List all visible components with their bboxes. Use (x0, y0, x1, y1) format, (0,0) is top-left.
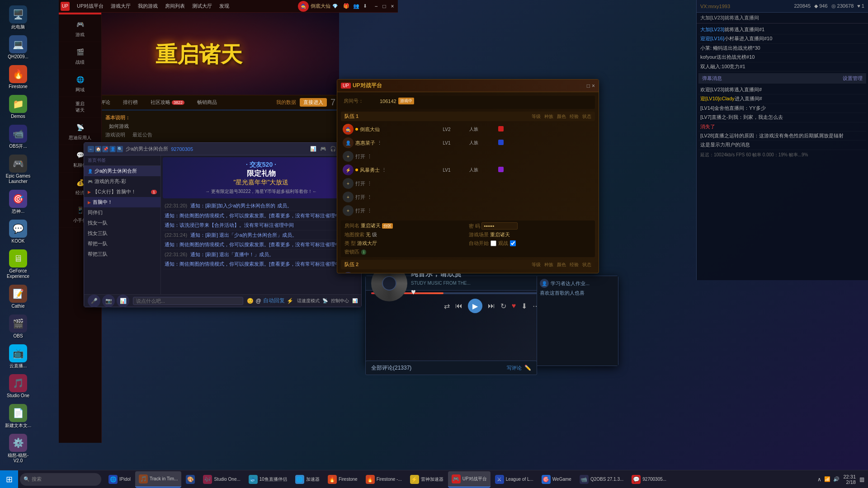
emoji-icon[interactable]: 😊 (247, 298, 254, 304)
desc-link2[interactable]: 最近公告 (132, 131, 152, 138)
sub-nav-guide[interactable]: 社区攻略 3822 (145, 97, 190, 108)
lobby-close[interactable]: × (592, 83, 595, 89)
sidebar-item-help1[interactable]: 帮把一队 (84, 239, 160, 249)
share-btn[interactable]: 📊 (117, 295, 129, 307)
left-nav-restart[interactable]: 重启诸天 (59, 97, 101, 117)
music-repeat-btn[interactable]: ↻ (500, 302, 506, 310)
music-shuffle-btn[interactable]: ⇄ (444, 302, 450, 310)
taskbar-app-wegame[interactable]: 🎯 WeGame (538, 471, 575, 488)
lock-info-btn[interactable]: ℹ (361, 249, 366, 255)
nav-tab-testhall[interactable]: 测试大厅 (189, 2, 216, 10)
desktop-icon-kook[interactable]: 💬 KOOK (2, 218, 34, 246)
desktop-icon-bilibili[interactable]: 📺 云直播... (2, 343, 34, 371)
sub-nav-ranking[interactable]: 排行榜 (118, 97, 143, 108)
desktop-icon-epic[interactable]: 🎮 Epic Games Launcher (2, 153, 34, 186)
sidebar-item-fire[interactable]: ▶【C火行】首脑中！ 1 (84, 187, 160, 197)
sidebar-item-main[interactable]: 👤少a的男士休闲合所 (84, 166, 160, 176)
taskbar-app-thunder[interactable]: ⚡ 雷神加速器 (406, 471, 447, 488)
sidebar-item-help3[interactable]: 帮把三队 (84, 249, 160, 259)
sidebar-item-moon[interactable]: 🎮游戏的月亮-彩 (84, 176, 160, 187)
lobby-window: UP UP对战平台 □ × 房间号： 106142 游戏中 队伍 1 等级 种族… (337, 79, 599, 273)
avatar-cpu: 🤖 (343, 272, 354, 273)
taskbar-clock: 22:31 2/18 (843, 474, 856, 485)
nav-tab-roomlist[interactable]: 房间列表 (161, 2, 189, 10)
desktop-icon-settings[interactable]: ⚙️ 稳怒-稳怒-V2.0 (2, 432, 34, 465)
desc-link1[interactable]: 游戏说明 (105, 131, 125, 138)
close-button[interactable]: × (389, 3, 396, 10)
voice-btn[interactable]: 🎤 (88, 295, 100, 307)
taskbar-app-fish[interactable]: 🐟 10鱼直播伴侣 (245, 471, 291, 488)
taskbar-app-studioone[interactable]: 🎶 Studio One... (199, 471, 244, 488)
taskbar-app-firestone2[interactable]: 🔥 Firestone -... (362, 471, 406, 488)
left-nav-game[interactable]: 🎮 游戏 (59, 14, 101, 42)
start-button[interactable]: ⊞ (0, 470, 18, 488)
lobby-window-controls: □ × (587, 83, 595, 89)
stream-more-icon[interactable]: ⚡ (287, 298, 293, 304)
sidebar-item-active[interactable]: ▶首脑中！ (84, 197, 160, 207)
lobby-title: UP对战平台 (353, 82, 382, 89)
sub-nav-shop[interactable]: 畅销商品 (192, 97, 222, 108)
at-icon[interactable]: @ (255, 298, 261, 304)
desktop-icon-computer[interactable]: 🖥️ 此电脑 (2, 4, 34, 32)
taskbar-app-wan[interactable]: 🌐 加速器 (292, 471, 323, 488)
write-review-btn[interactable]: 写评论 (507, 365, 522, 371)
nav-tab-platform[interactable]: UP对战平台 (73, 2, 107, 10)
music-heart-icon[interactable]: ♥ (512, 302, 516, 310)
video-btn[interactable]: 📷 (102, 295, 115, 307)
minimize-button[interactable]: − (373, 3, 380, 10)
maximize-button[interactable]: □ (381, 3, 388, 10)
taskbar-app-trackin[interactable]: 🎵 Track in Tim... (135, 471, 181, 488)
taskbar-app-studio[interactable]: 🎨 (182, 471, 198, 488)
taskbar-app-obs[interactable]: 📹 Q2OBS 27.1.3... (576, 471, 627, 488)
taskbar-app-qq[interactable]: 💬 92700305... (628, 471, 670, 488)
show-desktop-btn[interactable]: ▥ (859, 476, 864, 483)
tray-volume[interactable]: 🔊 (833, 476, 840, 482)
desktop-icon-nvidia[interactable]: 🖥 GeForce Experience (2, 248, 34, 281)
left-nav-more[interactable]: 📡 思迪应用人 (59, 117, 101, 145)
desktop-icon-studioone[interactable]: 🎵 Studio One (2, 372, 34, 400)
stream-chat-input[interactable] (133, 297, 243, 305)
desktop-icon-obs[interactable]: 📹 OBS开... (2, 123, 34, 151)
room-password-input[interactable] (481, 222, 518, 230)
left-nav-record[interactable]: 🎬 战绩 (59, 42, 101, 70)
taskbar-search[interactable]: 🔍 搜索 (20, 473, 101, 486)
left-nav-world[interactable]: 🌐 网域 (59, 70, 101, 97)
team1-section: 队伍 1 等级 种族 颜色 经验 状态 🧙 倒底大仙 LV2 人族 (341, 112, 595, 217)
game-desc-content: 如何游戏 (105, 123, 342, 130)
desktop-icon-demos[interactable]: 📁 Demos (2, 93, 34, 121)
tray-network[interactable]: 📶 (824, 476, 830, 482)
taskbar-app-league[interactable]: ⚔ League of L... (491, 471, 537, 488)
taskbar-app-up[interactable]: 🎮 UP对战平台 (448, 471, 491, 488)
chat-msg-1: 大加[LV23]就将逃入直播间#1 (698, 25, 866, 34)
desktop-icon-cathie[interactable]: 📝 Cathie (2, 283, 34, 311)
nav-tab-hall[interactable]: 游戏大厅 (107, 2, 134, 10)
music-heart-btn[interactable]: ♥ (411, 287, 416, 297)
music-download-btn[interactable]: ⬇ (521, 302, 527, 310)
desktop-icon-qh2009[interactable]: 💻 QH2009... (2, 33, 34, 61)
desktop-icon-obs2[interactable]: 🎬 OBS (2, 313, 34, 341)
desktop-icon-file[interactable]: 📄 新建文本文... (2, 402, 34, 430)
music-next-btn[interactable]: ⏭ (488, 302, 495, 310)
desktop-icon-firestone[interactable]: 🔥 Firestone (2, 63, 34, 91)
stream-msg-1: (22:31:20) 通知：[刷新]加入少a的男士休闲合所的 成员。 (163, 201, 359, 211)
music-play-btn[interactable]: ▶ (468, 299, 482, 313)
music-prev-btn[interactable]: ⏮ (455, 302, 462, 310)
tray-arrow[interactable]: ∧ (817, 476, 821, 483)
desktop-icon-unknown1[interactable]: 🎯 恐神... (2, 188, 34, 216)
auto-start-checkbox[interactable] (491, 240, 496, 246)
auto-reply-icon[interactable]: 自动回复 (263, 297, 285, 305)
nav-tab-discover[interactable]: 发现 (216, 2, 233, 10)
taskbar-app-firestone[interactable]: 🔥 Firestone (324, 471, 361, 488)
lobby-minimize[interactable]: □ (587, 83, 590, 89)
direct-btn[interactable]: 直接进入 (300, 98, 327, 107)
lobby-content: 房间号： 106142 游戏中 队伍 1 等级 种族 颜色 经验 状态 � (337, 92, 599, 273)
bullet-chat-section: 弹幕消息 设置管理 (698, 73, 866, 84)
sidebar-item-companions[interactable]: 同伴们 (84, 207, 160, 218)
stream-sidebar: 首页书签 👤少a的男士休闲合所 🎮游戏的月亮-彩 ▶【C火行】首脑中！ 1 ▶首… (84, 155, 161, 294)
spectate-checkbox[interactable] (510, 240, 516, 246)
sidebar-item-team1[interactable]: 找女一队 (84, 218, 160, 228)
review-settings-icon[interactable]: ✏️ (524, 365, 531, 371)
sidebar-item-team3[interactable]: 找女三队 (84, 228, 160, 239)
taskbar-app-ipidol[interactable]: 🌐 IPidol (105, 471, 134, 488)
nav-tab-mygames[interactable]: 我的游戏 (134, 2, 161, 10)
